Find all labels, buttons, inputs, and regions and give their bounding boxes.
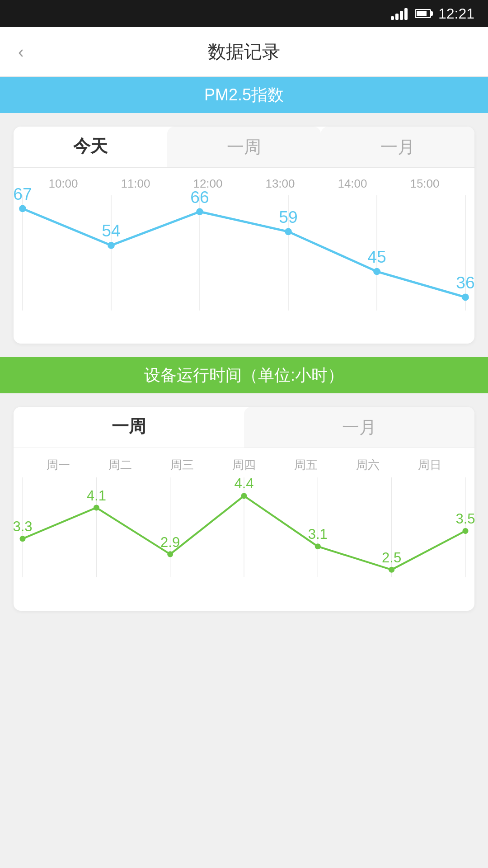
runtime-tab-week[interactable]: 一周: [14, 407, 244, 448]
runtime-chart: 3.3 4.1 2.9 4.4 3.1 2.5 3.5: [23, 477, 465, 597]
runtime-x-label-5: 周六: [337, 457, 399, 473]
svg-point-30: [389, 567, 394, 573]
pm25-x-axis: 10:00 11:00 12:00 13:00 14:00 15:00: [23, 177, 465, 191]
runtime-x-label-6: 周日: [399, 457, 461, 473]
page-header: ‹ 数据记录: [0, 27, 488, 77]
svg-point-29: [315, 543, 321, 549]
svg-text:45: 45: [367, 247, 386, 266]
runtime-tab-row: 一周 一月: [14, 407, 474, 448]
pm25-x-label-0: 10:00: [27, 177, 99, 191]
pm25-x-label-5: 15:00: [389, 177, 461, 191]
runtime-header-text: 设备运行时间（单位:小时）: [144, 364, 344, 387]
pm25-x-label-4: 14:00: [316, 177, 389, 191]
pm25-tab-week[interactable]: 一周: [167, 127, 321, 167]
svg-text:2.5: 2.5: [382, 550, 401, 566]
svg-point-26: [94, 505, 99, 510]
runtime-tab-month[interactable]: 一月: [244, 407, 474, 448]
pm25-tab-today[interactable]: 今天: [14, 127, 167, 167]
svg-point-28: [241, 493, 247, 499]
pm25-chart-area: 10:00 11:00 12:00 13:00 14:00 15:00: [14, 168, 474, 344]
status-time: 12:21: [438, 5, 474, 22]
svg-text:36: 36: [456, 273, 474, 292]
pm25-chart: 67 54 66 59 45 36: [23, 195, 465, 330]
svg-text:54: 54: [102, 221, 120, 240]
pm25-tab-month[interactable]: 一月: [321, 127, 474, 167]
svg-text:66: 66: [190, 188, 209, 207]
runtime-x-label-4: 周五: [275, 457, 337, 473]
status-bar: 12:21: [0, 0, 488, 27]
pm25-card: 今天 一周 一月 10:00 11:00 12:00 13:00 14:00 1…: [14, 127, 474, 344]
pm25-section-header: PM2.5指数: [0, 77, 488, 113]
pm25-x-label-1: 11:00: [99, 177, 172, 191]
svg-point-7: [108, 242, 115, 249]
pm25-x-label-3: 13:00: [244, 177, 316, 191]
battery-icon: [415, 9, 431, 18]
svg-text:3.1: 3.1: [308, 526, 328, 542]
runtime-x-label-3: 周四: [213, 457, 275, 473]
page-title: 数据记录: [208, 39, 280, 64]
svg-point-9: [285, 228, 292, 236]
svg-text:4.4: 4.4: [234, 476, 253, 491]
back-button[interactable]: ‹: [18, 43, 24, 61]
svg-point-6: [19, 205, 26, 212]
svg-point-31: [462, 528, 468, 534]
signal-icon: [391, 7, 408, 20]
runtime-x-label-1: 周二: [89, 457, 151, 473]
svg-text:4.1: 4.1: [87, 488, 106, 504]
svg-text:59: 59: [279, 208, 297, 226]
runtime-chart-area: 周一 周二 周三 周四 周五 周六 周日: [14, 448, 474, 611]
svg-point-10: [373, 268, 380, 275]
pm25-tab-row: 今天 一周 一月: [14, 127, 474, 168]
svg-point-11: [462, 294, 469, 301]
runtime-x-label-0: 周一: [27, 457, 89, 473]
runtime-section-header: 设备运行时间（单位:小时）: [0, 357, 488, 393]
svg-text:67: 67: [13, 184, 32, 203]
svg-text:3.5: 3.5: [455, 511, 475, 527]
svg-point-25: [19, 536, 25, 542]
svg-text:3.3: 3.3: [13, 519, 32, 534]
svg-point-27: [167, 551, 173, 557]
svg-text:2.9: 2.9: [160, 534, 180, 550]
pm25-header-text: PM2.5指数: [204, 84, 284, 106]
runtime-x-axis: 周一 周二 周三 周四 周五 周六 周日: [23, 457, 465, 473]
runtime-x-label-2: 周三: [151, 457, 213, 473]
svg-point-8: [196, 208, 203, 215]
runtime-card: 一周 一月 周一 周二 周三 周四 周五 周六 周日: [14, 407, 474, 611]
